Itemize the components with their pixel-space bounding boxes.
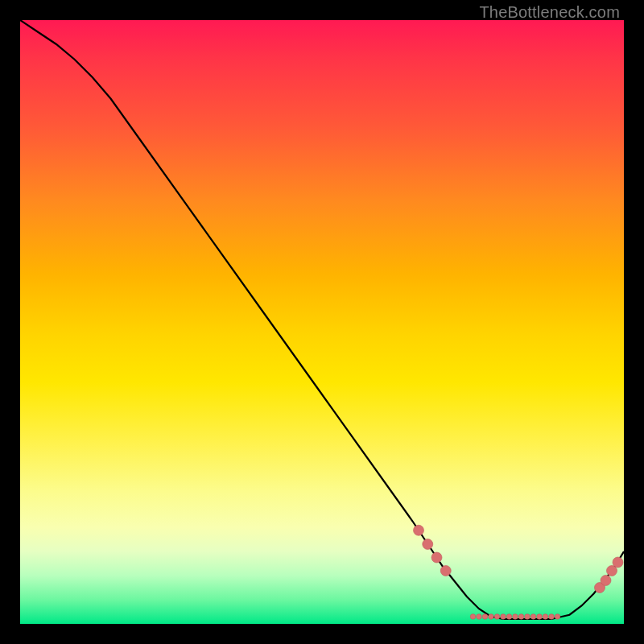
data-marker <box>423 539 433 550</box>
data-marker <box>501 614 506 620</box>
data-marker <box>414 525 424 535</box>
data-marker <box>518 614 524 620</box>
data-marker <box>506 614 512 620</box>
plot-area <box>20 20 624 624</box>
data-marker <box>482 614 488 620</box>
data-marker <box>477 614 482 620</box>
data-marker <box>525 614 530 620</box>
data-marker <box>601 576 611 586</box>
data-marker <box>513 614 518 620</box>
data-marker <box>537 614 543 620</box>
data-marker <box>543 614 548 620</box>
data-marker <box>431 552 442 563</box>
data-marker <box>613 557 623 568</box>
data-marker <box>494 614 500 620</box>
data-marker <box>489 614 494 620</box>
data-marker <box>440 566 451 576</box>
watermark-text: TheBottleneck.com <box>479 3 620 22</box>
data-marker <box>549 614 555 620</box>
data-marker <box>530 614 536 620</box>
chart-container: TheBottleneck.com <box>0 0 644 644</box>
data-marker <box>470 614 476 620</box>
data-marker <box>555 614 560 620</box>
chart-svg <box>20 20 624 624</box>
bottleneck-curve <box>20 20 624 619</box>
